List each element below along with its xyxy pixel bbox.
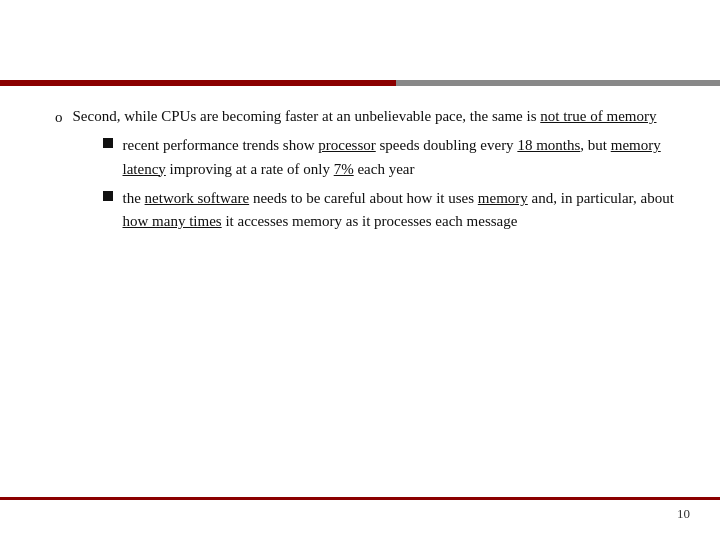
network-software-underline: network software [145,190,250,206]
how-many-times-underline: how many times [123,213,222,229]
top-bar-gray [396,80,720,86]
page-number: 10 [677,506,690,522]
slide: o Second, while CPUs are becoming faster… [0,0,720,540]
inner-bullet-2-text: the network software needs to be careful… [123,187,681,234]
18months-underline: 18 months [517,137,580,153]
bottom-bar [0,497,720,500]
inner-bullets-container: recent performance trends show processor… [103,134,681,233]
inner-bullet-1-text: recent performance trends show processor… [123,134,681,181]
inner-bullet-1-char [103,138,113,148]
processor-underline: processor [318,137,375,153]
inner-bullet-2: the network software needs to be careful… [103,187,681,234]
top-bar [0,80,720,86]
memory-latency-underline: memory latency [123,137,661,176]
outer-text-part1: Second, while CPUs are becoming faster a… [73,108,657,124]
top-bar-red [0,80,396,86]
7pct-underline: 7% [334,161,354,177]
memory-underline: memory [478,190,528,206]
outer-bullet-char: o [55,106,63,129]
outer-bullet: o Second, while CPUs are becoming faster… [55,105,680,239]
inner-bullet-2-char [103,191,113,201]
outer-underline: not true of memory [540,108,656,124]
outer-bullet-text: Second, while CPUs are becoming faster a… [73,105,681,239]
content-area: o Second, while CPUs are becoming faster… [55,105,680,480]
inner-bullet-1: recent performance trends show processor… [103,134,681,181]
